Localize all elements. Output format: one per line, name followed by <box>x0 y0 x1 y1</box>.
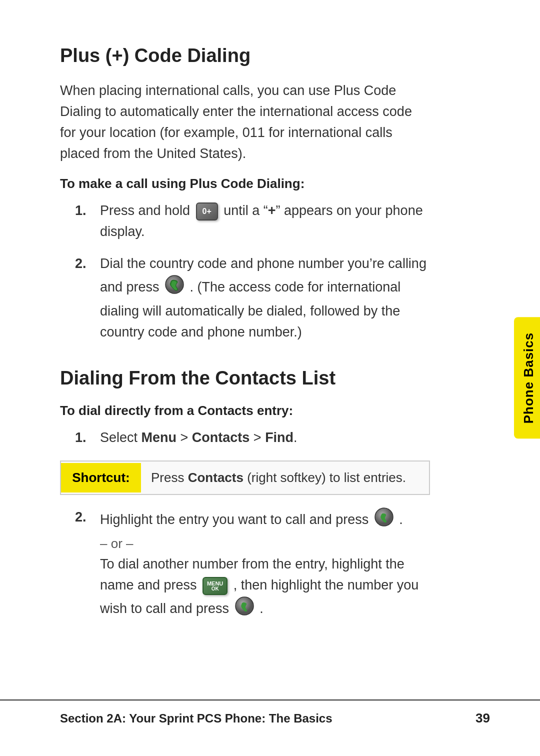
plus-code-instruction-label: To make a call using Plus Code Dialing: <box>60 176 430 192</box>
contacts-list-section: Dialing From the Contacts List To dial d… <box>60 368 430 622</box>
phone-basics-tab: Phone Basics <box>514 318 540 439</box>
call-button-icon-1 <box>164 274 184 301</box>
footer-section-label: Section 2A: Your Sprint PCS Phone: The B… <box>60 712 332 726</box>
contacts-step-number-1: 1. <box>75 428 90 448</box>
contacts-step-number-2: 2. <box>75 507 90 528</box>
step-1-contacts-content: Select Menu > Contacts > Find. <box>100 428 430 448</box>
step-2-contacts: 2. Highlight the entry you want to call … <box>75 507 430 622</box>
or-divider: – or – <box>100 536 134 551</box>
plus-code-steps: 1. Press and hold 0+ until a “+” appears… <box>60 200 430 342</box>
footer-page-number: 39 <box>476 710 490 726</box>
step-2-content: Dial the country code and phone number y… <box>100 254 430 342</box>
call-button-icon-2 <box>374 507 394 534</box>
step-number-2: 2. <box>75 254 90 274</box>
step-2-plus-code: 2. Dial the country code and phone numbe… <box>75 254 430 342</box>
step-2-contacts-content: Highlight the entry you want to call and… <box>100 507 430 622</box>
contacts-instruction-label: To dial directly from a Contacts entry: <box>60 403 430 418</box>
zero-plus-key-icon: 0+ <box>196 202 218 220</box>
contacts-steps-2: 2. Highlight the entry you want to call … <box>60 507 430 622</box>
step-1-plus-code: 1. Press and hold 0+ until a “+” appears… <box>75 200 430 242</box>
shortcut-box: Shortcut: Press Contacts (right softkey)… <box>60 460 430 494</box>
contacts-steps: 1. Select Menu > Contacts > Find. <box>60 428 430 448</box>
menu-ok-icon: MENU OK <box>202 577 228 595</box>
shortcut-label: Shortcut: <box>61 463 141 492</box>
page-footer: Section 2A: Your Sprint PCS Phone: The B… <box>0 700 540 726</box>
section-title-contacts: Dialing From the Contacts List <box>60 368 430 389</box>
step-1-contacts: 1. Select Menu > Contacts > Find. <box>75 428 430 448</box>
shortcut-text: Press Contacts (right softkey) to list e… <box>141 462 416 494</box>
step-number-1: 1. <box>75 200 90 222</box>
plus-code-intro: When placing international calls, you ca… <box>60 80 430 164</box>
step-1-content: Press and hold 0+ until a “+” appears on… <box>100 200 430 242</box>
call-button-icon-3 <box>234 596 254 622</box>
section-title-plus-code: Plus (+) Code Dialing <box>60 45 430 66</box>
